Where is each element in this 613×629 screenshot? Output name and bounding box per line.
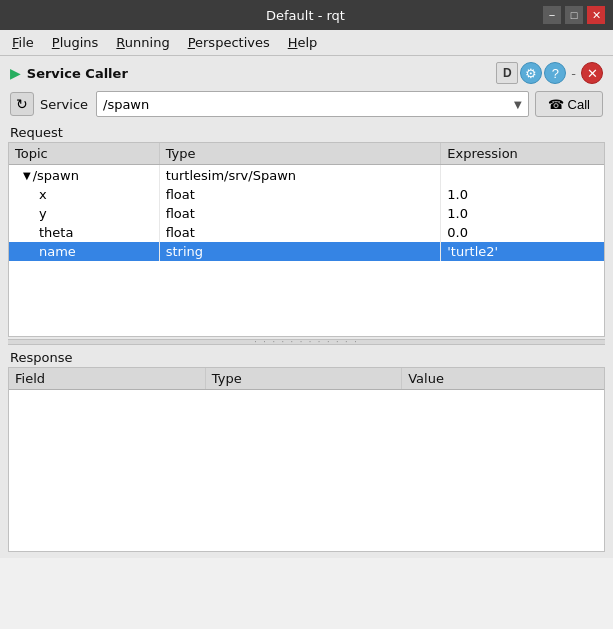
menu-perspectives[interactable]: Perspectives	[180, 32, 278, 53]
response-header-row: Field Type Value	[9, 368, 604, 390]
request-table: Topic Type Expression ▼ /spawn	[9, 143, 604, 261]
row-expression: 0.0	[441, 223, 604, 242]
row-type: turtlesim/srv/Spawn	[159, 165, 441, 186]
table-row[interactable]: theta float 0.0	[9, 223, 604, 242]
table-row[interactable]: ▼ /spawn turtlesim/srv/Spawn	[9, 165, 604, 186]
plugin-close-button[interactable]: ✕	[581, 62, 603, 84]
separator: -	[571, 66, 576, 81]
row-topic: x	[9, 185, 159, 204]
row-topic: theta	[9, 223, 159, 242]
d-icon-button[interactable]: D	[496, 62, 518, 84]
service-row: ↻ Service /spawn ▼ ☎ Call	[6, 88, 607, 120]
minimize-button[interactable]: −	[543, 6, 561, 24]
row-type: float	[159, 223, 441, 242]
expand-arrow-icon: ▼	[23, 170, 31, 181]
service-label: Service	[40, 97, 90, 112]
play-icon: ▶	[10, 65, 21, 81]
row-expression: 1.0	[441, 204, 604, 223]
row-type: float	[159, 204, 441, 223]
refresh-button[interactable]: ↻	[10, 92, 34, 116]
call-label: Call	[568, 97, 590, 112]
request-header: Request Topic Type Expression ▼	[6, 122, 607, 337]
row-topic: y	[9, 204, 159, 223]
window-content: ▶ Service Caller D ⚙ ? - ✕ ↻ Service /sp…	[0, 56, 613, 558]
menu-file[interactable]: File	[4, 32, 42, 53]
service-combobox[interactable]: /spawn ▼	[96, 91, 529, 117]
col-value: Value	[402, 368, 604, 390]
combobox-arrow-icon: ▼	[514, 99, 522, 110]
response-table: Field Type Value	[9, 368, 604, 390]
resize-handle[interactable]: · · · · · · · · · · · ·	[8, 339, 605, 345]
titlebar-controls: − □ ✕	[543, 6, 605, 24]
table-row[interactable]: y float 1.0	[9, 204, 604, 223]
request-panel: Topic Type Expression ▼ /spawn	[8, 142, 605, 337]
request-header-row: Topic Type Expression	[9, 143, 604, 165]
row-topic: name	[9, 242, 159, 261]
col-type: Type	[205, 368, 401, 390]
plugin-titlebar: ▶ Service Caller D ⚙ ? - ✕	[6, 60, 607, 86]
maximize-button[interactable]: □	[565, 6, 583, 24]
help-icon-button[interactable]: ?	[544, 62, 566, 84]
call-button[interactable]: ☎ Call	[535, 91, 603, 117]
col-topic: Topic	[9, 143, 159, 165]
row-expression: 'turtle2'	[441, 242, 604, 261]
response-section-label: Response	[6, 347, 607, 367]
close-button[interactable]: ✕	[587, 6, 605, 24]
table-row[interactable]: x float 1.0	[9, 185, 604, 204]
plugin-controls: D ⚙ ? - ✕	[496, 62, 603, 84]
table-row[interactable]: name string 'turtle2'	[9, 242, 604, 261]
col-type: Type	[159, 143, 441, 165]
col-expression: Expression	[441, 143, 604, 165]
menu-help[interactable]: Help	[280, 32, 326, 53]
col-field: Field	[9, 368, 205, 390]
titlebar-title: Default - rqt	[68, 8, 543, 23]
row-type: string	[159, 242, 441, 261]
request-section-label: Request	[6, 122, 607, 142]
phone-icon: ☎	[548, 97, 564, 112]
titlebar: Default - rqt − □ ✕	[0, 0, 613, 30]
row-expression	[441, 165, 604, 186]
plugin-title-label: Service Caller	[27, 66, 128, 81]
settings-icon-button[interactable]: ⚙	[520, 62, 542, 84]
service-value: /spawn	[103, 97, 149, 112]
resize-dots-icon: · · · · · · · · · · · ·	[254, 338, 359, 347]
row-topic: ▼ /spawn	[9, 165, 159, 186]
menu-plugins[interactable]: Plugins	[44, 32, 107, 53]
menubar: File Plugins Running Perspectives Help	[0, 30, 613, 56]
menu-running[interactable]: Running	[108, 32, 177, 53]
row-type: float	[159, 185, 441, 204]
response-panel: Field Type Value	[8, 367, 605, 552]
row-expression: 1.0	[441, 185, 604, 204]
plugin-title: ▶ Service Caller	[10, 65, 128, 81]
response-section: Response Field Type Value	[6, 347, 607, 552]
